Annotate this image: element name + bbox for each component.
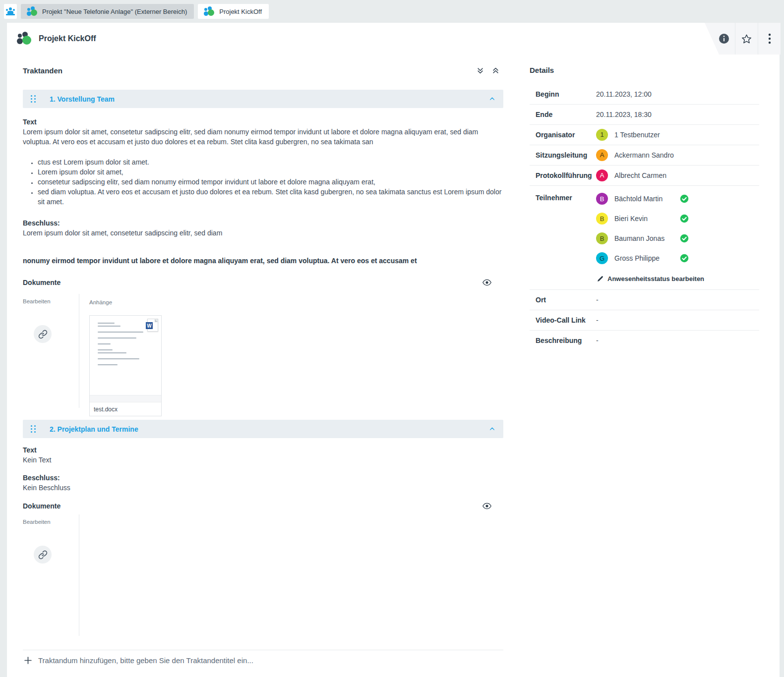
bullet-item: consetetur sadipscing elitr, sed diam no…: [38, 177, 503, 187]
begin-value: 20.11.2023, 12:00: [596, 89, 652, 99]
check-circle-icon: [680, 194, 689, 203]
minutes-name: Albrecht Carmen: [614, 170, 680, 180]
main-card: Projekt KickOff: [7, 23, 780, 677]
attachment-filename: test.docx: [90, 402, 161, 416]
location-label: Ort: [536, 295, 596, 305]
drag-handle-icon[interactable]: [31, 425, 36, 433]
detail-row-begin: Beginn 20.11.2023, 12:00: [530, 84, 759, 105]
edit-attendance-button[interactable]: Anwesenheitsstatus bearbeiten: [597, 275, 704, 282]
decision-text-bold: nonumy eirmod tempor invidunt ut labore …: [23, 256, 503, 266]
text-label: Text: [23, 117, 503, 127]
more-menu-button[interactable]: [758, 23, 781, 55]
check-circle-icon: [680, 254, 689, 263]
agenda-title: Traktanden: [23, 66, 62, 75]
participant-name: Bächtold Martin: [614, 195, 680, 203]
end-label: Ende: [536, 110, 596, 119]
detail-row-minutes: Protokollführung A Albrecht Carmen: [530, 166, 759, 186]
organizer-label: Organisator: [536, 129, 596, 141]
organizer-name: 1 Testbenutzer: [614, 130, 680, 140]
double-chevron-down-icon: [477, 67, 484, 74]
attachment-preview: W: [90, 316, 161, 395]
tab-label: Projekt "Neue Telefonie Anlage" (Externe…: [42, 8, 187, 15]
decision-text: Kein Beschluss: [23, 483, 503, 493]
project-icon: [27, 6, 38, 16]
home-tab[interactable]: [4, 4, 17, 19]
add-agenda-item-input[interactable]: Traktandum hinzufügen, bitte geben Sie d…: [23, 650, 503, 665]
header-toolbar: [705, 23, 781, 55]
link-icon: [38, 330, 48, 339]
agenda-item-1-header[interactable]: 1. Vorstellung Team: [23, 90, 503, 108]
info-button[interactable]: [705, 23, 735, 55]
chevron-up-icon[interactable]: [489, 96, 495, 102]
plus-icon: [24, 656, 32, 665]
kebab-icon: [768, 33, 771, 44]
detail-row-chair: Sitzungsleitung A Ackermann Sandro: [530, 145, 759, 166]
add-document-link-button[interactable]: [34, 325, 52, 343]
documents-label: Dokumente: [23, 278, 60, 287]
chevron-up-icon[interactable]: [489, 426, 495, 432]
participant-name: Gross Philippe: [614, 254, 680, 262]
chair-name: Ackermann Sandro: [614, 150, 680, 160]
description-label: Beschreibung: [536, 336, 596, 345]
detail-row-organizer: Organisator 1 1 Testbenutzer: [530, 125, 759, 145]
agenda-item-2-header[interactable]: 2. Projektplan und Termine: [23, 420, 503, 438]
tab-label: Projekt KickOff: [219, 8, 262, 15]
detail-row-end: Ende 20.11.2023, 18:30: [530, 105, 759, 125]
agenda-item-1-body: Text Lorem ipsum dolor sit amet, consete…: [23, 108, 503, 408]
drag-handle-icon[interactable]: [31, 95, 36, 103]
bullet-item: ctus est Lorem ipsum dolor sit amet.: [38, 157, 503, 167]
video-link-value: -: [596, 315, 599, 325]
avatar: A: [596, 149, 608, 161]
item-text: Kein Text: [23, 455, 503, 465]
pencil-icon: [597, 276, 603, 282]
meeting-icon-large: [17, 32, 32, 45]
detail-row-location: Ort -: [530, 290, 759, 310]
avatar: 1: [596, 129, 608, 141]
documents-visibility-button[interactable]: [482, 503, 491, 509]
decision-label: Beschluss:: [23, 218, 503, 228]
expand-all-button[interactable]: [477, 67, 484, 74]
decision-label: Beschluss:: [23, 473, 503, 483]
star-icon: [741, 34, 752, 44]
page-title: Projekt KickOff: [39, 34, 96, 43]
eye-icon: [482, 279, 491, 286]
participant-row: B Bieri Kevin: [596, 213, 704, 225]
location-value: -: [596, 295, 599, 305]
minutes-label: Protokollführung: [536, 169, 596, 181]
attachment-card[interactable]: W test.docx: [89, 315, 162, 416]
info-icon: [719, 33, 729, 44]
detail-row-description: Beschreibung -: [530, 331, 759, 350]
edit-label: Bearbeiten: [23, 519, 79, 525]
attachments-column: Anhänge: [79, 294, 162, 408]
add-document-link-button[interactable]: [34, 546, 52, 564]
collapse-all-button[interactable]: [492, 67, 499, 74]
edit-attendance-label: Anwesenheitsstatus bearbeiten: [607, 275, 704, 282]
text-label: Text: [23, 445, 503, 455]
documents-edit-column: Bearbeiten: [23, 294, 79, 408]
bullet-item: Lorem ipsum dolor sit amet,: [38, 167, 503, 177]
tab-projekt-kickoff[interactable]: Projekt KickOff: [198, 4, 269, 19]
tab-project-telefonie[interactable]: Projekt "Neue Telefonie Anlage" (Externe…: [21, 4, 194, 19]
participant-name: Baumann Jonas: [614, 234, 680, 242]
favorite-button[interactable]: [735, 23, 758, 55]
details-panel: Details Beginn 20.11.2023, 12:00 Ende 20…: [530, 65, 759, 350]
page-header: Projekt KickOff: [7, 23, 780, 55]
link-icon: [38, 550, 48, 560]
begin-label: Beginn: [536, 89, 596, 99]
eye-icon: [482, 503, 491, 509]
item-text: Lorem ipsum dolor sit amet, consetetur s…: [23, 127, 503, 147]
detail-row-video: Video-Call Link -: [530, 310, 759, 331]
check-circle-icon: [680, 214, 689, 223]
avatar: B: [596, 193, 608, 205]
decision-text: Lorem ipsum dolor sit amet, consetetur s…: [23, 228, 503, 238]
documents-label: Dokumente: [23, 501, 60, 511]
agenda-item-2-body: Text Kein Text Beschluss: Kein Beschluss…: [23, 438, 503, 636]
documents-edit-column: Bearbeiten: [23, 514, 79, 636]
attachment-strip: [90, 395, 161, 402]
participant-row: B Baumann Jonas: [596, 232, 704, 244]
documents-visibility-button[interactable]: [482, 279, 491, 286]
meeting-icon: [6, 7, 15, 15]
agenda-item-title: 1. Vorstellung Team: [50, 95, 489, 103]
details-title: Details: [530, 65, 759, 75]
avatar: B: [596, 232, 608, 244]
